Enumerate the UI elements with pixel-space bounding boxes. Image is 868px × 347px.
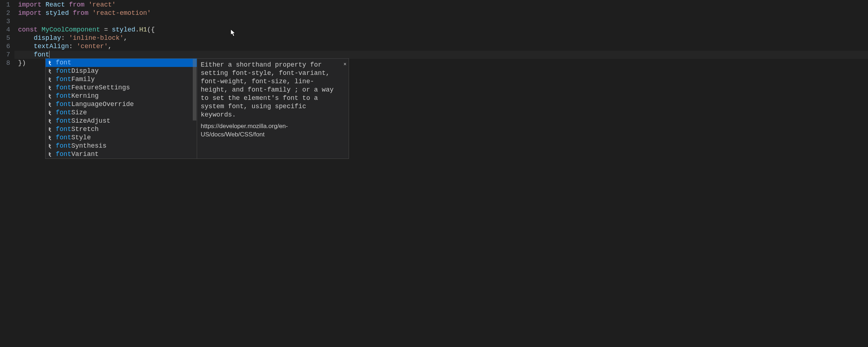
operator: . — [135, 26, 139, 33]
string-literal: 'center' — [77, 43, 108, 50]
identifier: styled — [112, 26, 135, 33]
code-line[interactable] — [14, 17, 868, 26]
property: textAlign — [34, 43, 69, 50]
code-editor[interactable]: 12345678 import React from 'react' impor… — [0, 0, 868, 347]
wrench-icon — [48, 127, 54, 132]
autocomplete-item-label: fontStretch — [56, 125, 99, 134]
identifier: styled — [46, 9, 69, 17]
line-number: 1 — [0, 1, 10, 9]
line-number: 5 — [0, 34, 10, 42]
type-identifier: MyCoolComponent — [42, 26, 100, 33]
code-line[interactable]: textAlign: 'center', — [14, 42, 868, 51]
autocomplete-item[interactable]: fontLanguageOverride — [46, 100, 197, 109]
keyword: from — [69, 1, 84, 8]
line-number: 6 — [0, 42, 10, 51]
autocomplete-item[interactable]: fontDisplay — [46, 67, 197, 75]
indent — [18, 43, 34, 50]
keyword: import — [18, 9, 42, 17]
wrench-icon — [48, 135, 54, 141]
autocomplete-item-label: fontKerning — [56, 92, 99, 100]
autocomplete-item-label: fontFamily — [56, 75, 95, 84]
autocomplete-item[interactable]: fontVariant — [46, 150, 197, 158]
string-literal: 'react-emotion' — [92, 9, 151, 17]
code-line[interactable]: import React from 'react' — [14, 1, 868, 9]
keyword: const — [18, 26, 38, 33]
code-line[interactable]: display: 'inline-block', — [14, 34, 868, 42]
function-call: H1 — [139, 26, 147, 33]
wrench-icon — [48, 102, 54, 107]
keyword: from — [73, 9, 88, 17]
autocomplete-item-label: fontSynthesis — [56, 142, 106, 150]
code-line[interactable]: import styled from 'react-emotion' — [14, 9, 868, 17]
autocomplete-item-label: fontFeatureSettings — [56, 84, 130, 92]
property: display — [34, 34, 61, 42]
indent — [18, 34, 34, 42]
autocomplete-item-label: fontSizeAdjust — [56, 117, 110, 125]
autocomplete-item[interactable]: fontSynthesis — [46, 142, 197, 150]
operator: = — [100, 26, 112, 33]
autocomplete-scrollbar[interactable] — [193, 59, 196, 120]
wrench-icon — [48, 68, 54, 74]
line-number: 7 — [0, 51, 10, 59]
autocomplete-doc-link[interactable]: https://developer.mozilla.org/en-US/docs… — [201, 122, 345, 139]
wrench-icon — [48, 60, 54, 66]
autocomplete-item[interactable]: fontStyle — [46, 134, 197, 142]
line-number: 2 — [0, 9, 10, 17]
string-literal: 'inline-block' — [69, 34, 123, 42]
autocomplete-doc-panel: × Either a shorthand property for settin… — [197, 58, 349, 159]
autocomplete-item[interactable]: fontStretch — [46, 125, 197, 134]
autocomplete-item-label: fontDisplay — [56, 67, 99, 75]
autocomplete-item-label: fontVariant — [56, 150, 99, 158]
autocomplete-item-label: fontSize — [56, 109, 87, 117]
text-cursor — [49, 51, 50, 58]
autocomplete-popup[interactable]: fontfontDisplayfontFamilyfontFeatureSett… — [45, 58, 349, 159]
wrench-icon — [48, 143, 54, 149]
indent — [18, 51, 34, 58]
wrench-icon — [48, 118, 54, 124]
property-typing: font — [34, 51, 49, 58]
string-literal: 'react' — [88, 1, 116, 8]
wrench-icon — [48, 77, 54, 82]
wrench-icon — [48, 152, 54, 157]
autocomplete-item[interactable]: fontSize — [46, 109, 197, 117]
line-number-gutter: 12345678 — [0, 0, 14, 347]
autocomplete-item[interactable]: fontKerning — [46, 92, 197, 100]
wrench-icon — [48, 85, 54, 91]
brace: ({ — [147, 26, 155, 33]
autocomplete-item[interactable]: fontFeatureSettings — [46, 84, 197, 92]
autocomplete-item[interactable]: fontFamily — [46, 75, 197, 84]
autocomplete-list[interactable]: fontfontDisplayfontFamilyfontFeatureSett… — [45, 58, 197, 159]
wrench-icon — [48, 110, 54, 116]
wrench-icon — [48, 93, 54, 99]
colon: : — [69, 43, 77, 50]
autocomplete-item[interactable]: font — [46, 59, 197, 67]
autocomplete-item-label: font — [56, 59, 71, 67]
line-number: 3 — [0, 17, 10, 26]
autocomplete-item[interactable]: fontSizeAdjust — [46, 117, 197, 125]
autocomplete-item-label: fontStyle — [56, 134, 91, 142]
code-line[interactable]: const MyCoolComponent = styled.H1({ — [14, 26, 868, 34]
code-line-active[interactable]: font — [14, 51, 868, 59]
autocomplete-item-label: fontLanguageOverride — [56, 100, 134, 109]
colon: : — [61, 34, 69, 42]
autocomplete-doc-text: Either a shorthand property for setting … — [201, 61, 345, 119]
line-number: 8 — [0, 59, 10, 67]
code-text-area[interactable]: import React from 'react' import styled … — [14, 0, 868, 347]
line-number: 4 — [0, 26, 10, 34]
comma: , — [124, 34, 128, 42]
close-icon[interactable]: × — [344, 60, 346, 68]
keyword: import — [18, 1, 42, 8]
identifier: React — [46, 1, 65, 8]
brace: }) — [18, 59, 26, 67]
comma: , — [108, 43, 112, 50]
